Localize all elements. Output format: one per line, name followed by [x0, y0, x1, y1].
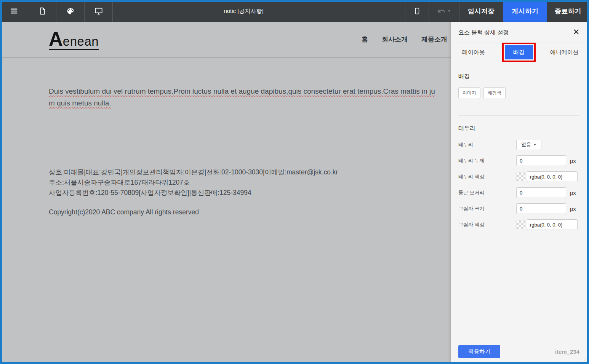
nav-item-home[interactable]: 홈 — [362, 35, 368, 43]
border-width-input[interactable] — [516, 155, 566, 166]
tab-background-wrap: 배경 — [496, 43, 541, 62]
chevron-down-icon: ▼ — [533, 143, 536, 147]
shadow-color-swatch[interactable] — [516, 220, 525, 229]
site-nav: 홈 회사소개 제품소개 — [362, 35, 447, 43]
nav-item-company[interactable]: 회사소개 — [382, 35, 408, 43]
palette-icon — [66, 7, 75, 15]
toolbar-title-area: notic [공지사항] — [113, 0, 405, 22]
border-settings-rows: 테두리 없음 ▼ 테두리 두께 px 테두리 색상 둥근 모서리 px — [458, 137, 579, 233]
border-width-row: 테두리 두께 px — [458, 153, 579, 169]
border-color-label: 테두리 색상 — [458, 173, 516, 180]
undo-icon — [437, 7, 446, 15]
close-panel-button[interactable] — [573, 29, 579, 37]
block-settings-panel: 요소 블럭 상세 설정 레이아웃 배경 애니메이션 배경 이미지 배경색 테두리… — [451, 22, 587, 362]
close-icon — [573, 29, 579, 37]
mobile-view-button[interactable] — [405, 0, 429, 22]
border-color-input[interactable] — [527, 171, 578, 182]
body-text-line-2: m quis metus nulla. — [49, 97, 111, 109]
editor-toolbar: notic [공지사항] ▼ 임시저장 게시하기 종료하기 — [0, 0, 589, 22]
border-color-row: 테두리 색상 — [458, 169, 579, 185]
background-type-buttons: 이미지 배경색 — [458, 87, 579, 99]
hamburger-menu-icon — [10, 7, 18, 15]
monitor-icon — [94, 7, 103, 15]
panel-footer: 적용하기 item_234 — [451, 341, 587, 362]
border-radius-input[interactable] — [516, 187, 566, 198]
panel-header: 요소 블럭 상세 설정 — [451, 22, 587, 43]
preview-button[interactable] — [85, 0, 113, 22]
border-radius-label: 둥근 모서리 — [458, 189, 516, 196]
border-style-value: 없음 — [521, 141, 531, 148]
document-icon — [38, 7, 46, 15]
border-width-label: 테두리 두께 — [458, 157, 516, 164]
bg-color-button[interactable]: 배경색 — [483, 87, 506, 99]
shadow-size-input[interactable] — [516, 203, 566, 214]
tab-background[interactable]: 배경 — [505, 45, 533, 59]
panel-body: 배경 이미지 배경색 테두리 테두리 없음 ▼ 테두리 두께 px 테두리 색상 — [451, 62, 587, 341]
border-radius-row: 둥근 모서리 px — [458, 185, 579, 201]
page-button[interactable] — [28, 0, 56, 22]
undo-dropdown-caret-icon: ▼ — [448, 9, 451, 13]
border-style-label: 테두리 — [458, 141, 516, 148]
shadow-color-row: 그림자 색상 — [458, 217, 579, 233]
undo-button[interactable]: ▼ — [429, 0, 459, 22]
smartphone-icon — [414, 7, 421, 15]
temp-save-button[interactable]: 임시저장 — [459, 0, 503, 22]
site-logo[interactable]: Aenean — [49, 29, 99, 50]
shadow-size-unit: px — [570, 206, 576, 212]
panel-title: 요소 블럭 상세 설정 — [458, 29, 573, 36]
bg-image-button[interactable]: 이미지 — [458, 87, 480, 99]
border-width-unit: px — [570, 158, 576, 164]
background-section-heading: 배경 — [458, 73, 579, 80]
exit-button[interactable]: 종료하기 — [547, 0, 589, 22]
publish-button[interactable]: 게시하기 — [503, 0, 547, 22]
border-section-heading: 테두리 — [458, 125, 579, 132]
shadow-size-label: 그림자 크기 — [458, 205, 516, 212]
body-text-line-1: Duis vestibulum dui vel rutrum tempus.Pr… — [49, 85, 435, 97]
resize-handle-icon[interactable] — [582, 357, 586, 361]
tab-animation[interactable]: 애니메이션 — [542, 43, 587, 62]
section-divider — [458, 115, 579, 116]
theme-button[interactable] — [56, 0, 85, 22]
panel-tabs: 레이아웃 배경 애니메이션 — [451, 43, 587, 62]
shadow-color-input[interactable] — [527, 219, 578, 230]
menu-button[interactable] — [0, 0, 28, 22]
logo-text: enean — [63, 34, 99, 48]
border-style-row: 테두리 없음 ▼ — [458, 137, 579, 153]
document-title: notic [공지사항] — [224, 8, 263, 15]
apply-button[interactable]: 적용하기 — [458, 345, 500, 358]
shadow-size-row: 그림자 크기 px — [458, 201, 579, 217]
border-style-select[interactable]: 없음 ▼ — [516, 140, 541, 150]
nav-item-products[interactable]: 제품소개 — [421, 35, 447, 43]
border-radius-unit: px — [570, 190, 576, 196]
shadow-color-label: 그림자 색상 — [458, 221, 516, 228]
logo-initial: A — [49, 28, 63, 50]
selected-item-id: item_234 — [555, 348, 579, 355]
border-color-swatch[interactable] — [516, 172, 525, 181]
tab-layout[interactable]: 레이아웃 — [451, 43, 496, 62]
